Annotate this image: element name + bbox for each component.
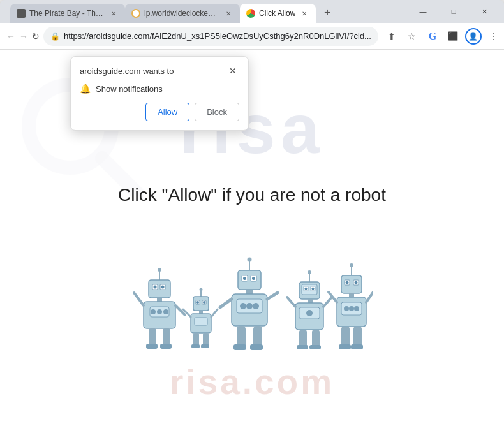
svg-line-51 (267, 293, 278, 299)
svg-rect-53 (253, 326, 262, 348)
g-icon-button[interactable]: G (423, 27, 442, 46)
svg-point-8 (161, 286, 165, 289)
tab-favicon-3 (246, 9, 255, 18)
back-button[interactable]: ← (6, 27, 15, 46)
notification-label: Show notifications (96, 84, 163, 94)
lock-icon: 🔒 (50, 32, 60, 41)
svg-rect-17 (149, 328, 156, 346)
svg-point-12 (151, 309, 156, 314)
svg-point-57 (308, 270, 311, 274)
popup-header: aroidsguide.com wants to ✕ (80, 64, 239, 77)
svg-point-13 (157, 309, 162, 314)
svg-rect-91 (339, 344, 351, 349)
svg-rect-30 (195, 318, 207, 325)
tab-close-2[interactable]: ✕ (223, 8, 233, 18)
robots-illustration (131, 254, 373, 382)
svg-rect-9 (157, 298, 162, 302)
address-text: https://aroidsguide.com/fAlE2dnU_xs1PS5i… (64, 31, 371, 41)
profile-button[interactable]: 👤 (464, 27, 483, 46)
svg-rect-81 (349, 293, 354, 297)
close-button[interactable]: ✕ (470, 4, 499, 19)
tab-favicon-1 (17, 9, 26, 18)
popup-title: aroidsguide.com wants to (80, 66, 174, 76)
nav-actions: ⬆ ☆ G ⬛ 👤 ⋮ (382, 27, 503, 46)
navigation-bar: ← → ↻ 🔒 https://aroidsguide.com/fAlE2dnU… (0, 23, 504, 50)
tab-favicon-2 (131, 9, 140, 18)
svg-line-15 (134, 293, 144, 305)
maximize-button[interactable]: □ (439, 4, 468, 19)
svg-point-48 (246, 303, 253, 309)
svg-rect-39 (238, 270, 261, 290)
svg-point-27 (203, 301, 205, 304)
svg-rect-64 (308, 299, 313, 303)
svg-rect-71 (312, 330, 320, 348)
svg-line-32 (211, 309, 218, 317)
title-bar: The Pirate Bay - The gal... ✕ lp.worldwi… (0, 0, 504, 23)
svg-point-75 (350, 263, 353, 267)
svg-rect-36 (201, 344, 209, 348)
menu-button[interactable]: ⋮ (484, 27, 503, 46)
page-main-text: Click "Allow" if you are not a robot (118, 185, 386, 205)
svg-line-69 (323, 297, 332, 307)
svg-point-42 (243, 277, 246, 280)
share-button[interactable]: ⬆ (382, 27, 401, 46)
svg-line-88 (366, 292, 373, 302)
svg-rect-35 (191, 344, 200, 348)
svg-rect-73 (309, 345, 321, 349)
tab-clock-ext[interactable]: lp.worldwideclockextens... ✕ (125, 4, 240, 23)
extensions-button[interactable]: ⬛ (443, 27, 463, 46)
notification-row: 🔔 Show notifications (80, 84, 239, 94)
notification-popup: aroidsguide.com wants to ✕ 🔔 Show notifi… (70, 56, 249, 131)
new-tab-button[interactable]: + (318, 4, 336, 22)
svg-rect-19 (146, 344, 158, 349)
svg-rect-70 (299, 330, 307, 348)
svg-point-7 (154, 286, 157, 289)
g-icon: G (429, 31, 436, 42)
svg-point-84 (344, 306, 349, 311)
svg-point-14 (163, 309, 168, 314)
svg-point-86 (354, 306, 359, 311)
svg-rect-44 (246, 290, 253, 294)
block-button[interactable]: Block (195, 103, 239, 121)
svg-line-50 (220, 299, 232, 307)
svg-point-47 (240, 303, 246, 309)
svg-point-85 (349, 306, 354, 311)
forward-button[interactable]: → (19, 27, 28, 46)
minimize-button[interactable]: — (408, 4, 438, 19)
tab-pirate-bay[interactable]: The Pirate Bay - The gal... ✕ (10, 4, 125, 23)
tab-title-1: The Pirate Bay - The gal... (29, 9, 105, 18)
svg-point-43 (252, 277, 255, 280)
svg-point-63 (312, 288, 315, 290)
robots-svg (131, 254, 373, 382)
tab-click-allow[interactable]: Click Allow ✕ (240, 4, 316, 23)
address-bar[interactable]: 🔒 https://aroidsguide.com/fAlE2dnU_xs1PS… (43, 27, 378, 46)
bookmark-button[interactable]: ☆ (403, 27, 422, 46)
tab-close-1[interactable]: ✕ (108, 8, 119, 18)
popup-buttons: Allow Block (80, 103, 239, 121)
allow-button[interactable]: Allow (145, 103, 189, 121)
svg-point-38 (248, 258, 252, 262)
svg-rect-52 (237, 326, 246, 348)
svg-point-49 (253, 303, 259, 309)
browser-window: The Pirate Bay - The gal... ✕ lp.worldwi… (0, 0, 504, 433)
svg-point-62 (305, 288, 308, 290)
svg-rect-90 (353, 327, 362, 347)
svg-line-68 (287, 297, 295, 307)
svg-rect-4 (149, 280, 170, 298)
tab-close-3[interactable]: ✕ (299, 8, 309, 18)
svg-point-26 (196, 301, 199, 304)
svg-rect-72 (297, 345, 308, 349)
svg-rect-20 (160, 344, 172, 349)
svg-point-80 (355, 281, 358, 284)
popup-close-button[interactable]: ✕ (226, 64, 239, 77)
svg-rect-89 (341, 327, 350, 347)
svg-point-3 (158, 268, 161, 272)
refresh-button[interactable]: ↻ (32, 27, 40, 46)
svg-rect-92 (351, 344, 363, 349)
svg-rect-54 (233, 344, 246, 350)
svg-point-22 (200, 288, 203, 291)
profile-icon: 👤 (465, 28, 482, 45)
tab-title-2: lp.worldwideclockextens... (144, 9, 219, 18)
svg-point-67 (306, 310, 313, 316)
svg-rect-18 (163, 328, 170, 346)
